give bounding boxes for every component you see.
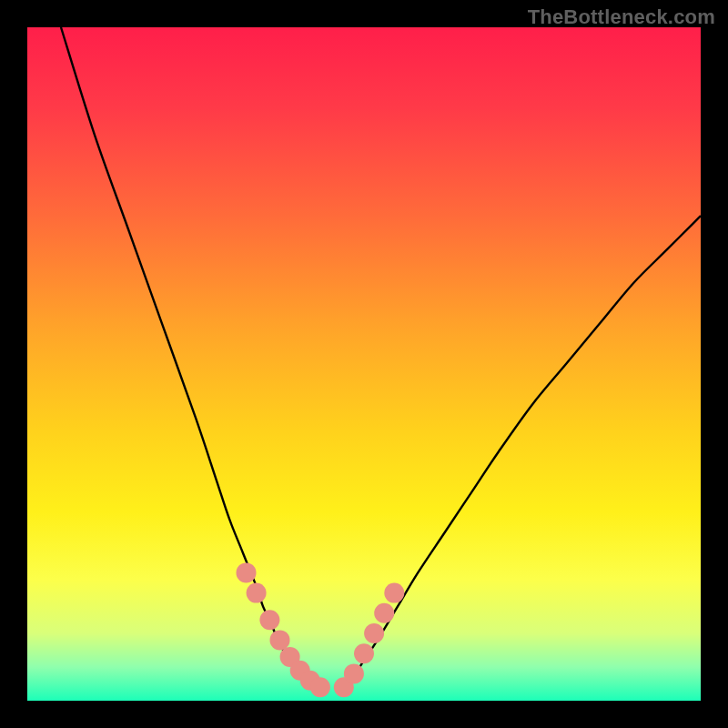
data-marker	[344, 663, 364, 683]
data-marker	[374, 603, 394, 623]
data-marker	[310, 677, 330, 697]
watermark-text: TheBottleneck.com	[528, 5, 715, 29]
chart-frame: TheBottleneck.com	[0, 0, 728, 728]
plot-area	[27, 27, 701, 701]
marker-group-left	[237, 562, 330, 697]
data-marker	[270, 630, 290, 650]
data-marker	[237, 562, 257, 582]
data-marker	[247, 583, 267, 603]
data-marker	[354, 643, 374, 663]
chart-curves	[27, 27, 701, 701]
curve-left	[61, 27, 324, 691]
data-marker	[364, 623, 384, 643]
data-marker	[384, 583, 404, 603]
marker-group-right	[334, 583, 405, 698]
data-marker	[259, 610, 279, 630]
